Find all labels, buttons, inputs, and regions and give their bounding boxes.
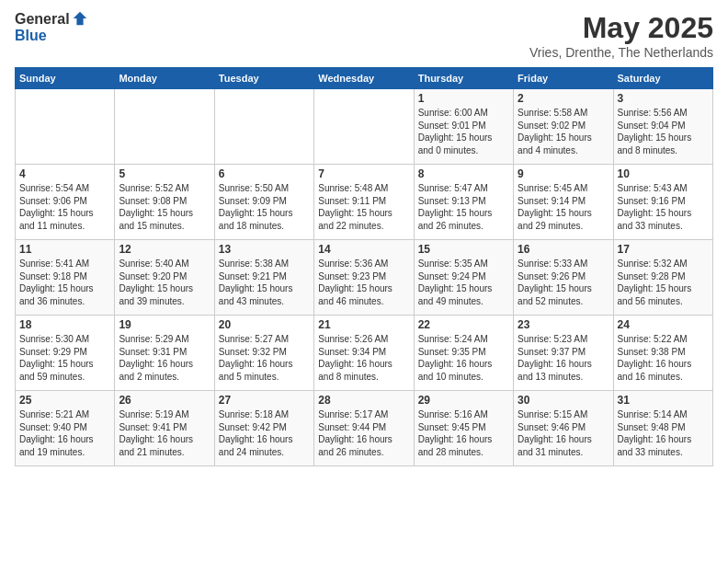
calendar-cell — [214, 89, 313, 165]
calendar-cell: 16Sunrise: 5:33 AMSunset: 9:26 PMDayligh… — [514, 240, 613, 316]
day-number: 18 — [19, 318, 110, 331]
calendar-cell: 25Sunrise: 5:21 AMSunset: 9:40 PMDayligh… — [16, 391, 115, 466]
day-number: 6 — [219, 167, 310, 180]
calendar-week-3: 11Sunrise: 5:41 AMSunset: 9:18 PMDayligh… — [16, 240, 713, 316]
day-number: 25 — [19, 394, 110, 407]
calendar-cell: 27Sunrise: 5:18 AMSunset: 9:42 PMDayligh… — [214, 391, 313, 466]
day-number: 20 — [219, 318, 310, 331]
location: Vries, Drenthe, The Netherlands — [529, 45, 713, 60]
logo-icon — [72, 10, 88, 27]
day-info: Sunrise: 5:45 AMSunset: 9:14 PMDaylight:… — [518, 182, 609, 232]
day-number: 10 — [618, 167, 709, 180]
calendar-cell: 31Sunrise: 5:14 AMSunset: 9:48 PMDayligh… — [613, 391, 712, 466]
weekday-header-row: SundayMondayTuesdayWednesdayThursdayFrid… — [16, 68, 713, 89]
day-info: Sunrise: 5:41 AMSunset: 9:18 PMDaylight:… — [19, 258, 110, 307]
day-number: 14 — [318, 243, 409, 256]
calendar-cell: 26Sunrise: 5:19 AMSunset: 9:41 PMDayligh… — [115, 391, 214, 466]
day-number: 26 — [119, 394, 210, 407]
calendar-cell: 2Sunrise: 5:58 AMSunset: 9:02 PMDaylight… — [514, 89, 613, 165]
calendar-cell: 22Sunrise: 5:24 AMSunset: 9:35 PMDayligh… — [414, 316, 513, 391]
calendar-cell: 23Sunrise: 5:23 AMSunset: 9:37 PMDayligh… — [514, 316, 613, 391]
calendar-cell: 30Sunrise: 5:15 AMSunset: 9:46 PMDayligh… — [514, 391, 613, 466]
day-info: Sunrise: 5:36 AMSunset: 9:23 PMDaylight:… — [318, 258, 409, 307]
calendar-cell: 20Sunrise: 5:27 AMSunset: 9:32 PMDayligh… — [214, 316, 313, 391]
logo: General Blue — [15, 11, 88, 43]
day-info: Sunrise: 5:16 AMSunset: 9:45 PMDaylight:… — [418, 408, 509, 458]
day-info: Sunrise: 5:35 AMSunset: 9:24 PMDaylight:… — [418, 258, 509, 307]
day-number: 23 — [518, 318, 609, 331]
day-number: 21 — [318, 318, 409, 331]
day-info: Sunrise: 5:30 AMSunset: 9:29 PMDaylight:… — [19, 333, 110, 383]
day-info: Sunrise: 5:48 AMSunset: 9:11 PMDaylight:… — [318, 182, 409, 232]
calendar-cell: 4Sunrise: 5:54 AMSunset: 9:06 PMDaylight… — [16, 165, 115, 240]
day-number: 31 — [618, 394, 709, 407]
calendar-cell: 15Sunrise: 5:35 AMSunset: 9:24 PMDayligh… — [414, 240, 513, 316]
month-title: May 2025 — [529, 11, 713, 45]
calendar-cell: 13Sunrise: 5:38 AMSunset: 9:21 PMDayligh… — [214, 240, 313, 316]
calendar-cell: 9Sunrise: 5:45 AMSunset: 9:14 PMDaylight… — [514, 165, 613, 240]
calendar-cell: 1Sunrise: 6:00 AMSunset: 9:01 PMDaylight… — [414, 89, 513, 165]
calendar-cell: 29Sunrise: 5:16 AMSunset: 9:45 PMDayligh… — [414, 391, 513, 466]
day-info: Sunrise: 5:22 AMSunset: 9:38 PMDaylight:… — [618, 333, 709, 383]
calendar-cell — [115, 89, 214, 165]
day-number: 2 — [518, 92, 609, 105]
day-number: 5 — [119, 167, 210, 180]
day-info: Sunrise: 5:17 AMSunset: 9:44 PMDaylight:… — [318, 408, 409, 458]
day-info: Sunrise: 5:33 AMSunset: 9:26 PMDaylight:… — [518, 258, 609, 307]
day-info: Sunrise: 5:47 AMSunset: 9:13 PMDaylight:… — [418, 182, 509, 232]
day-info: Sunrise: 5:58 AMSunset: 9:02 PMDaylight:… — [518, 107, 609, 156]
weekday-header-thursday: Thursday — [414, 68, 513, 89]
day-info: Sunrise: 5:14 AMSunset: 9:48 PMDaylight:… — [618, 408, 709, 458]
day-info: Sunrise: 5:50 AMSunset: 9:09 PMDaylight:… — [219, 182, 310, 232]
calendar-week-5: 25Sunrise: 5:21 AMSunset: 9:40 PMDayligh… — [16, 391, 713, 466]
day-number: 28 — [318, 394, 409, 407]
day-number: 29 — [418, 394, 509, 407]
calendar-week-2: 4Sunrise: 5:54 AMSunset: 9:06 PMDaylight… — [16, 165, 713, 240]
logo-blue-text: Blue — [15, 28, 88, 44]
calendar-cell: 28Sunrise: 5:17 AMSunset: 9:44 PMDayligh… — [314, 391, 414, 466]
day-number: 15 — [418, 243, 509, 256]
day-info: Sunrise: 5:52 AMSunset: 9:08 PMDaylight:… — [119, 182, 210, 232]
day-info: Sunrise: 5:19 AMSunset: 9:41 PMDaylight:… — [119, 408, 210, 458]
day-number: 3 — [618, 92, 709, 105]
calendar-cell: 3Sunrise: 5:56 AMSunset: 9:04 PMDaylight… — [613, 89, 712, 165]
day-info: Sunrise: 5:38 AMSunset: 9:21 PMDaylight:… — [219, 258, 310, 307]
day-number: 24 — [618, 318, 709, 331]
weekday-header-tuesday: Tuesday — [214, 68, 313, 89]
calendar-cell: 6Sunrise: 5:50 AMSunset: 9:09 PMDaylight… — [214, 165, 313, 240]
day-number: 11 — [19, 243, 110, 256]
day-number: 16 — [518, 243, 609, 256]
day-number: 4 — [19, 167, 110, 180]
calendar-cell: 12Sunrise: 5:40 AMSunset: 9:20 PMDayligh… — [115, 240, 214, 316]
weekday-header-monday: Monday — [115, 68, 214, 89]
day-info: Sunrise: 5:29 AMSunset: 9:31 PMDaylight:… — [119, 333, 210, 383]
calendar-week-1: 1Sunrise: 6:00 AMSunset: 9:01 PMDaylight… — [16, 89, 713, 165]
calendar-cell: 24Sunrise: 5:22 AMSunset: 9:38 PMDayligh… — [613, 316, 712, 391]
calendar-week-4: 18Sunrise: 5:30 AMSunset: 9:29 PMDayligh… — [16, 316, 713, 391]
weekday-header-sunday: Sunday — [16, 68, 115, 89]
weekday-header-wednesday: Wednesday — [314, 68, 414, 89]
day-info: Sunrise: 5:26 AMSunset: 9:34 PMDaylight:… — [318, 333, 409, 383]
weekday-header-friday: Friday — [514, 68, 613, 89]
day-number: 30 — [518, 394, 609, 407]
calendar-cell — [16, 89, 115, 165]
day-number: 27 — [219, 394, 310, 407]
day-number: 8 — [418, 167, 509, 180]
calendar-cell: 11Sunrise: 5:41 AMSunset: 9:18 PMDayligh… — [16, 240, 115, 316]
day-number: 13 — [219, 243, 310, 256]
day-number: 22 — [418, 318, 509, 331]
day-info: Sunrise: 5:23 AMSunset: 9:37 PMDaylight:… — [518, 333, 609, 383]
day-info: Sunrise: 5:21 AMSunset: 9:40 PMDaylight:… — [19, 408, 110, 458]
day-info: Sunrise: 5:15 AMSunset: 9:46 PMDaylight:… — [518, 408, 609, 458]
calendar-cell: 18Sunrise: 5:30 AMSunset: 9:29 PMDayligh… — [16, 316, 115, 391]
day-number: 17 — [618, 243, 709, 256]
calendar-cell: 14Sunrise: 5:36 AMSunset: 9:23 PMDayligh… — [314, 240, 414, 316]
calendar-cell — [314, 89, 414, 165]
day-info: Sunrise: 5:18 AMSunset: 9:42 PMDaylight:… — [219, 408, 310, 458]
weekday-header-saturday: Saturday — [613, 68, 712, 89]
day-number: 7 — [318, 167, 409, 180]
calendar-cell: 19Sunrise: 5:29 AMSunset: 9:31 PMDayligh… — [115, 316, 214, 391]
day-info: Sunrise: 5:32 AMSunset: 9:28 PMDaylight:… — [618, 258, 709, 307]
day-info: Sunrise: 5:40 AMSunset: 9:20 PMDaylight:… — [119, 258, 210, 307]
day-number: 19 — [119, 318, 210, 331]
